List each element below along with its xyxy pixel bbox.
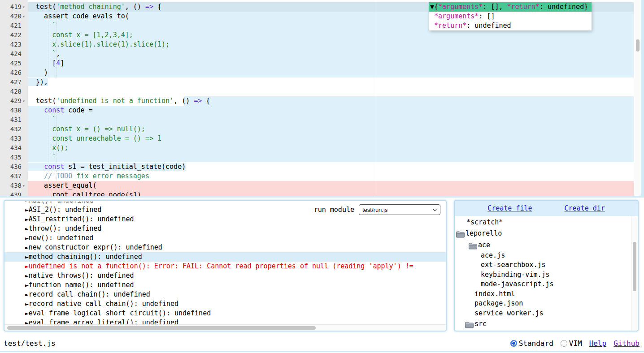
radio-unselected-icon[interactable]	[561, 340, 567, 347]
code-line-426[interactable]: )	[28, 68, 634, 77]
code-line-423[interactable]: x.slice(1).slice(1).slice(1);	[28, 40, 634, 49]
test-result-item[interactable]: ►record call chain(): undefined	[4, 290, 446, 299]
gutter-line-423[interactable]: 423	[0, 40, 28, 49]
create-dir-link[interactable]: Create dir	[565, 204, 605, 212]
code-line-427[interactable]: }),	[28, 77, 634, 87]
radio-selected-icon[interactable]	[510, 340, 517, 347]
gutter-line-421[interactable]: 421	[0, 21, 28, 30]
test-result-item[interactable]: ►new(): undefined	[4, 233, 446, 243]
tooltip-summary[interactable]: ▼{*arguments*: [], *return*: undefined}	[429, 2, 592, 12]
gutter-line-422[interactable]: 422	[0, 30, 28, 40]
gutter-line-431[interactable]: 431	[0, 115, 28, 125]
expand-arrow-icon[interactable]: ►	[25, 207, 29, 213]
fold-arrow-icon[interactable]: ▾	[22, 12, 28, 21]
expand-arrow-icon[interactable]: ►	[25, 254, 29, 260]
expand-arrow-icon[interactable]: ►	[25, 235, 29, 241]
expand-arrow-icon[interactable]: ►	[25, 225, 29, 232]
tree-file-mode-javascript.js[interactable]: mode-javascript.js	[455, 280, 631, 289]
code-line-432[interactable]: const x = () => null();	[28, 125, 634, 134]
code-line-425[interactable]: [4]	[28, 59, 634, 68]
tree-file-astutils.js[interactable]: ast_utils.js	[455, 330, 631, 331]
code-line-436[interactable]: const s1 = test_initial_state(code)	[28, 162, 634, 172]
gutter-line-438[interactable]: 438▾	[0, 181, 28, 190]
gutter-line-424[interactable]: 424	[0, 49, 28, 59]
code-line-434[interactable]: x();	[28, 143, 634, 153]
tree-file-package.json[interactable]: package.json	[455, 299, 631, 309]
tree-folder-src[interactable]: src	[455, 318, 631, 330]
tree-file-index.html[interactable]: index.html	[455, 289, 631, 299]
gutter-line-433[interactable]: 433	[0, 134, 28, 143]
gutter-line-437[interactable]: 437	[0, 172, 28, 181]
code-line-431[interactable]: `	[28, 115, 634, 125]
test-result-item[interactable]: ►function name(): undefined	[4, 280, 446, 290]
gutter-line-432[interactable]: 432	[0, 125, 28, 134]
test-result-item[interactable]: ►eval_frame array_literal(): undefined	[4, 318, 446, 324]
gutter-line-435[interactable]: 435	[0, 153, 28, 162]
keybinding-vim-option[interactable]: VIM	[561, 339, 582, 348]
gutter-line-420[interactable]: 420▾	[0, 12, 28, 21]
gutter-line-434[interactable]: 434	[0, 143, 28, 153]
tree-file-scratch[interactable]: *scratch*	[455, 218, 631, 228]
test-result-item[interactable]: ►new constructor expr(): undefined	[4, 243, 446, 252]
module-select[interactable]: test/run.js	[359, 204, 440, 215]
expand-arrow-icon[interactable]: ►	[25, 291, 29, 298]
expand-arrow-icon[interactable]: ►	[25, 310, 29, 317]
tree-file-keybinding-vim.js[interactable]: keybinding-vim.js	[455, 270, 631, 280]
tree-folder-leporello[interactable]: leporello	[455, 228, 631, 239]
file-tree-scrollbar[interactable]	[631, 216, 638, 331]
fold-arrow-icon[interactable]: ▾	[22, 2, 28, 12]
tree-file-ace.js[interactable]: ace.js	[455, 251, 631, 261]
code-editor[interactable]: 419▾420▾421422423424425426427428429▾4304…	[0, 0, 641, 196]
test-result-item[interactable]: ►native throws(): undefined	[4, 271, 446, 280]
test-result-item[interactable]: ►throw(): undefined	[4, 224, 446, 233]
collapse-arrow-icon[interactable]: ▼	[430, 3, 434, 11]
keybinding-standard-option[interactable]: Standard	[510, 339, 553, 348]
test-result-item[interactable]: ►undefined is not a function(): Error: F…	[4, 262, 446, 271]
gutter-line-425[interactable]: 425	[0, 59, 28, 68]
expand-arrow-icon[interactable]: ►	[25, 272, 29, 279]
file-tree-scrollbar-thumb[interactable]	[633, 242, 636, 291]
fold-arrow-icon[interactable]: ▾	[22, 96, 28, 106]
create-file-link[interactable]: Create file	[487, 204, 532, 212]
code-line-424[interactable]: `,	[28, 49, 634, 59]
gutter-line-439[interactable]: 439	[0, 190, 28, 196]
output-hscrollbar[interactable]	[4, 324, 446, 331]
gutter-line-427[interactable]: 427	[0, 77, 28, 87]
tree-item-label: mode-javascript.js	[481, 280, 554, 289]
editor-scrollbar-thumb[interactable]	[636, 39, 640, 52]
test-result-item[interactable]: ►record native call chain(): undefined	[4, 299, 446, 309]
expand-arrow-icon[interactable]: ►	[25, 202, 29, 204]
expand-arrow-icon[interactable]: ►	[25, 301, 29, 307]
code-line-428[interactable]	[28, 87, 634, 96]
code-line-422[interactable]: const x = [1,2,3,4];	[28, 30, 634, 40]
code-line-435[interactable]: `	[28, 153, 634, 162]
gutter-line-429[interactable]: 429▾	[0, 96, 28, 106]
expand-arrow-icon[interactable]: ►	[25, 244, 29, 251]
code-line-429[interactable]: test('undefined is not a function', () =…	[28, 96, 634, 106]
code-line-439[interactable]: root_calltree_node(s1)	[28, 190, 634, 196]
help-link[interactable]: Help	[589, 339, 607, 348]
tree-file-serviceworker.js[interactable]: service_worker.js	[455, 309, 631, 319]
output-hscrollbar-thumb[interactable]	[7, 326, 316, 330]
editor-scrollbar[interactable]	[634, 0, 641, 196]
gutter-line-430[interactable]: 430	[0, 106, 28, 115]
code-line-430[interactable]: const code =	[28, 106, 634, 115]
expand-arrow-icon[interactable]: ►	[25, 319, 29, 324]
github-link[interactable]: Github	[614, 339, 640, 348]
test-result-item[interactable]: ►ASI_restrited(): undefined	[4, 215, 446, 224]
expand-arrow-icon[interactable]: ►	[25, 263, 29, 270]
test-result-item[interactable]: ►method chaining(): undefined	[4, 252, 446, 262]
gutter-line-436[interactable]: 436	[0, 162, 28, 172]
expand-arrow-icon[interactable]: ►	[25, 282, 29, 288]
gutter-line-426[interactable]: 426	[0, 68, 28, 77]
tree-file-ext-searchbox.js[interactable]: ext-searchbox.js	[455, 260, 631, 270]
tree-folder-ace[interactable]: ace	[455, 239, 631, 251]
fold-arrow-icon[interactable]: ▾	[22, 181, 28, 190]
test-result-item[interactable]: ►eval_frame logical short circuit(): und…	[4, 309, 446, 318]
code-line-433[interactable]: const unreachable = () => 1	[28, 134, 634, 143]
code-line-438[interactable]: assert_equal(	[28, 181, 634, 190]
gutter-line-428[interactable]: 428	[0, 87, 28, 96]
code-line-437[interactable]: // TODO fix error messages	[28, 172, 634, 181]
expand-arrow-icon[interactable]: ►	[25, 216, 29, 223]
gutter-line-419[interactable]: 419▾	[0, 2, 28, 12]
